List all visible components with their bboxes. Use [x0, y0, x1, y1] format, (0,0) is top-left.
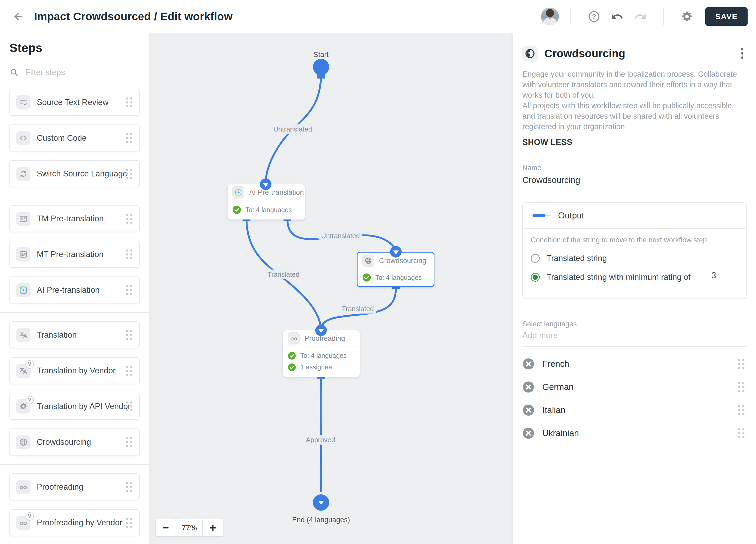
redo-button[interactable] — [632, 9, 648, 24]
remove-language-button[interactable] — [522, 427, 534, 439]
step-label: TM Pre-translation — [37, 214, 104, 223]
drag-handle-icon[interactable] — [125, 365, 133, 377]
minimum-rating-input[interactable] — [694, 270, 733, 288]
drag-handle-icon[interactable] — [737, 427, 745, 439]
output-body: Condition of the string to move to the n… — [523, 229, 746, 282]
step-description: Engage your community in the localizatio… — [522, 69, 747, 132]
drag-handle-icon[interactable] — [125, 517, 133, 529]
drag-handle-icon[interactable] — [737, 358, 745, 370]
ai-sparkle-icon — [232, 186, 244, 198]
drag-handle-icon[interactable] — [125, 284, 133, 296]
kebab-menu-icon[interactable] — [738, 45, 747, 62]
node-body: To: 4 languages 1 assignee — [283, 347, 360, 376]
node-body: To: 4 languages — [358, 269, 434, 286]
divider — [570, 8, 571, 25]
step-card-translation[interactable]: Translation — [9, 321, 140, 348]
vendor-badge: V — [25, 396, 34, 404]
edge-arrow-icon — [260, 179, 271, 190]
globe-icon — [522, 46, 538, 61]
radio-unselected[interactable] — [531, 254, 540, 263]
top-bar-actions: ? SAVE — [541, 7, 748, 26]
step-card-proofreading[interactable]: Proofreading — [9, 473, 140, 500]
step-card-translation-by-api-vendor[interactable]: V Translation by API Vendor — [9, 393, 140, 420]
zoom-toolbar: − 77% + — [156, 519, 223, 536]
step-card-proofreading-by-vendor[interactable]: V Proofreading by Vendor — [9, 509, 140, 536]
node-status-row: To: 4 languages — [288, 352, 355, 360]
vendor-badge: V — [25, 512, 34, 521]
x-circle-icon — [522, 404, 534, 416]
language-row-german: German — [522, 375, 747, 399]
step-label: AI Pre-translation — [37, 285, 100, 295]
zoom-in-button[interactable]: + — [203, 519, 223, 536]
step-label: Proofreading by Vendor — [37, 518, 122, 527]
language-name: French — [542, 359, 569, 369]
add-language-input[interactable] — [522, 328, 747, 347]
step-label: Switch Source Language — [37, 169, 127, 179]
name-input[interactable] — [522, 172, 747, 190]
node-status-text: To: 4 languages — [245, 206, 292, 214]
step-card-crowdsourcing[interactable]: Crowdsourcing — [9, 428, 140, 456]
steps-sidebar: Steps Source Text Review Custom Code Swi… — [0, 33, 150, 544]
drag-handle-icon[interactable] — [125, 168, 133, 180]
arrow-left-icon — [12, 11, 24, 23]
step-card-translation-by-vendor[interactable]: V Translation by Vendor — [9, 357, 140, 384]
remove-language-button[interactable] — [522, 381, 534, 393]
language-name: Ukrainian — [542, 428, 579, 438]
step-card-switch-source-language[interactable]: Switch Source Language — [9, 160, 140, 187]
user-avatar[interactable] — [541, 8, 559, 25]
node-status-row: To: 4 languages — [362, 273, 429, 282]
step-card-mt-pre-translation[interactable]: G MT Pre-translation — [9, 241, 140, 268]
drag-handle-icon[interactable] — [125, 329, 133, 341]
help-button[interactable]: ? — [586, 9, 602, 24]
filter-steps-input[interactable] — [25, 67, 125, 77]
step-card-ai-pre-translation[interactable]: AI Pre-translation — [9, 276, 140, 304]
select-languages-label: Select languages — [522, 320, 747, 328]
check-circle-icon — [232, 205, 241, 214]
language-name: Italian — [542, 405, 565, 415]
node-title: Proofreading — [305, 334, 345, 343]
globe-icon — [16, 435, 30, 449]
divider — [663, 8, 664, 25]
language-row-french: French — [522, 352, 747, 375]
radio-selected[interactable] — [531, 273, 540, 282]
drag-handle-icon[interactable] — [125, 400, 133, 412]
radio-label: Translated string — [547, 254, 607, 263]
zoom-out-button[interactable]: − — [156, 519, 176, 536]
undo-arrow-icon — [611, 10, 624, 23]
step-label: Crowdsourcing — [37, 437, 91, 447]
node-proofreading[interactable]: Proofreading To: 4 languages 1 assignee — [283, 330, 360, 377]
group-divider — [0, 196, 149, 196]
back-button[interactable] — [11, 9, 26, 24]
start-label: Start — [313, 51, 328, 59]
save-button[interactable]: SAVE — [705, 7, 748, 26]
drag-handle-icon[interactable] — [125, 96, 133, 108]
drag-handle-icon[interactable] — [125, 132, 133, 144]
remove-language-button[interactable] — [522, 358, 534, 370]
step-card-tm-pre-translation[interactable]: TM Pre-translation — [9, 205, 140, 232]
language-row-italian: Italian — [522, 399, 747, 422]
node-status-row: To: 4 languages — [232, 205, 300, 214]
step-card-source-text-review[interactable]: Source Text Review — [9, 89, 140, 116]
translate-icon — [16, 328, 30, 342]
drag-handle-icon[interactable] — [125, 481, 133, 493]
drag-handle-icon[interactable] — [125, 213, 133, 225]
glasses-icon: V — [16, 516, 30, 530]
step-card-custom-code[interactable]: Custom Code — [9, 124, 140, 151]
workflow-canvas[interactable]: Start AI Pre-translation To: 4 languages — [150, 33, 512, 544]
drag-handle-icon[interactable] — [125, 248, 133, 260]
remove-language-button[interactable] — [522, 404, 534, 416]
undo-button[interactable] — [609, 9, 625, 24]
drag-handle-icon[interactable] — [737, 404, 745, 416]
output-title: Output — [558, 211, 584, 221]
step-label: Custom Code — [37, 133, 87, 143]
show-less-link[interactable]: SHOW LESS — [522, 138, 573, 147]
drag-handle-icon[interactable] — [125, 436, 133, 448]
end-label: End (4 languages) — [292, 516, 350, 524]
step-label: Proofreading — [37, 482, 83, 492]
drag-handle-icon[interactable] — [737, 381, 745, 393]
node-status-text: To: 4 languages — [375, 274, 422, 281]
settings-button[interactable] — [679, 9, 695, 24]
gear-icon: V — [16, 399, 30, 414]
output-connector-icon — [531, 214, 551, 217]
workflow-editor-app: Impact Crowdsourced / Edit workflow ? SA… — [0, 0, 756, 544]
